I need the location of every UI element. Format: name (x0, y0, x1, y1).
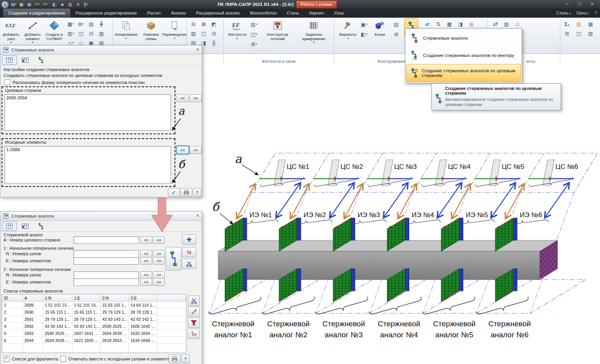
restore-button[interactable]: □ (573, 0, 586, 8)
cut-list-button[interactable] (188, 296, 200, 306)
close-icon[interactable]: × (196, 212, 199, 220)
recognize-section-checkbox-row[interactable]: Распознавать форму поперечного сечения и… (4, 79, 145, 85)
help-button[interactable]: ? (193, 188, 201, 197)
tab-adv-analysis[interactable]: Расширенный анализ (191, 9, 245, 18)
cross-icon[interactable]: ╋ (97, 20, 106, 28)
target-bars-listbox[interactable]: 2689-2694 (4, 94, 171, 131)
help-icon[interactable]: ? (594, 9, 597, 18)
mesh2-icon[interactable]: ▦ (445, 20, 454, 28)
bar-analog-big-button[interactable] (166, 247, 181, 271)
cells-icon[interactable]: ◫ (574, 29, 583, 38)
table-row[interactable]: 12689 1 51 101 15...1 51 101 15... 15 65… (2, 302, 186, 309)
pen-icon[interactable]: ⊞ (189, 20, 198, 28)
join-icon[interactable]: ╬ (209, 38, 219, 47)
source-add-button[interactable]: >> (190, 146, 202, 154)
style-menu[interactable]: Стиль (556, 9, 571, 18)
mark-with-source-checkbox[interactable] (60, 356, 66, 362)
cell2-icon[interactable]: ◫ (199, 29, 208, 38)
cell-icon[interactable]: ◫ (76, 29, 86, 38)
tab-calc[interactable]: Расчет (142, 9, 166, 18)
blocks-button[interactable]: Блоки (370, 18, 389, 51)
sheet-icon[interactable]: ⊞ (562, 29, 572, 38)
dim-icon[interactable]: ◇ (513, 20, 522, 28)
table-row[interactable]: 52693 2590 2625 ...1607 1641 ... 2604 26… (2, 330, 186, 337)
fragment-list-checkbox[interactable] (4, 356, 9, 362)
target-remove-button[interactable]: << (177, 94, 189, 102)
grid-icon[interactable]: ▦▾ (66, 20, 75, 28)
filter-button[interactable] (188, 318, 200, 328)
minus-cell-icon[interactable]: ⊟ (87, 29, 96, 38)
tab-analog-mode[interactable] (33, 221, 48, 231)
elements1-input[interactable] (74, 257, 139, 265)
open-file-icon[interactable]: ▦ (18, 1, 25, 8)
source-elements-listbox[interactable]: 1-2688 (4, 146, 171, 184)
nodes1-input[interactable] (74, 250, 139, 258)
window-menu[interactable]: Окно (576, 9, 589, 18)
table-row[interactable]: 62694 2604 2639 ...1621 1655 ... 2618 26… (2, 337, 186, 344)
links-icon[interactable]: ▤▾ (249, 20, 259, 29)
target-icon[interactable]: ◎ (467, 20, 476, 28)
menu-item-create-by-target-bars[interactable]: Создание стержневых аналогов по целевым … (406, 64, 521, 82)
edit-select-button[interactable] (188, 329, 200, 339)
tab-settings-mode[interactable] (2, 55, 17, 65)
cut-analog-button[interactable] (182, 259, 196, 269)
paint-button[interactable] (188, 307, 200, 317)
tab-settings-mode[interactable] (2, 221, 17, 231)
recognize-section-checkbox[interactable] (4, 79, 10, 85)
unify-icon[interactable]: ▣▾ (359, 20, 369, 29)
tab-table-mode[interactable] (18, 221, 33, 231)
variants-button[interactable]: Варианты (337, 18, 359, 51)
rows2-icon[interactable]: ▥ (586, 29, 595, 38)
table-row[interactable]: 22690 15 65 115 1...15 65 115 1... 29 79… (2, 309, 186, 316)
target-add-button[interactable]: >> (190, 94, 202, 102)
tab-create-edit[interactable]: Создание и редактирование (3, 9, 70, 18)
tab-nodes[interactable]: Узлы (329, 9, 349, 18)
tab-concrete[interactable]: Железобетон (245, 9, 282, 18)
minimize-button[interactable]: – (561, 0, 573, 8)
elements1-next-button[interactable]: >> (153, 257, 165, 265)
hatch2-icon[interactable]: ▧ (189, 29, 198, 38)
section-builder-button[interactable]: Конструктор сечений (261, 18, 294, 51)
mesh-icon[interactable]: ▥▾ (66, 29, 75, 38)
blue-table-icon[interactable]: ▦ (586, 20, 595, 28)
groups-icon[interactable]: ◧▾ (359, 30, 369, 38)
tab-table-mode[interactable] (18, 55, 33, 65)
tools-icon[interactable]: ╬▾ (83, 1, 89, 8)
tab-advanced-edit[interactable]: Расширенное редактирование (70, 9, 142, 18)
menu-item-bar-analogs[interactable]: Стержневые аналоги (406, 29, 521, 47)
tab-analysis[interactable]: Анализ (166, 9, 191, 18)
corner-icon[interactable]: ◩ (209, 20, 219, 28)
fragment-list-checkbox-row[interactable]: Список для фрагмента (4, 356, 58, 362)
half2-icon[interactable]: ◨ (456, 20, 465, 28)
print-button[interactable] (169, 355, 180, 363)
nodes1-prev-button[interactable]: << (140, 250, 152, 258)
swap-arrows-icon[interactable]: ⇄ (423, 20, 432, 28)
hatch-icon[interactable]: ▧ (97, 29, 106, 38)
supports-icon[interactable]: ◫▾ (249, 30, 259, 38)
undo-icon[interactable]: ↶▾ (34, 1, 40, 8)
updown-icon[interactable]: ⇅ (434, 20, 443, 28)
reinforcement-button[interactable]: Заданное армирование (296, 18, 332, 51)
axes-swap-icon[interactable]: ⇄ (491, 20, 500, 28)
plate-icon[interactable]: ▤ (87, 20, 96, 28)
elements2-input[interactable] (74, 278, 139, 286)
source-remove-button[interactable]: << (177, 146, 189, 154)
mark-with-source-checkbox-row[interactable]: Отмечать вместе с исходными узлами и эле… (60, 356, 175, 362)
target-next-button[interactable]: >> (153, 236, 165, 244)
target-prev-button[interactable]: << (140, 236, 152, 244)
redo-icon[interactable]: ↷▾ (42, 1, 48, 8)
swap-sections-button[interactable]: ⇆ (182, 247, 196, 257)
save-icon[interactable]: ▣ (26, 1, 33, 8)
new-file-icon[interactable]: ▤▾ (10, 1, 17, 8)
table-row[interactable]: 32691 29 79 129 1...29 79 129 1... 43 93… (2, 316, 186, 323)
table-row[interactable]: 42692 43 93 143 1...43 93 143 1... 2590 … (2, 323, 186, 330)
stiffness-button[interactable]: EF Жесткости (226, 18, 248, 51)
nodes2-input[interactable] (74, 271, 139, 279)
help-button[interactable]: ? (181, 355, 190, 363)
nodes2-prev-button[interactable]: << (140, 271, 152, 279)
tab-analog-mode[interactable] (33, 55, 48, 65)
plane-icon[interactable]: ▧ (502, 20, 511, 28)
model-icon[interactable]: ◆ (59, 1, 66, 8)
sigma-icon[interactable]: Σ₁ (562, 20, 572, 28)
delete-icon[interactable]: ⊠ (199, 20, 208, 28)
